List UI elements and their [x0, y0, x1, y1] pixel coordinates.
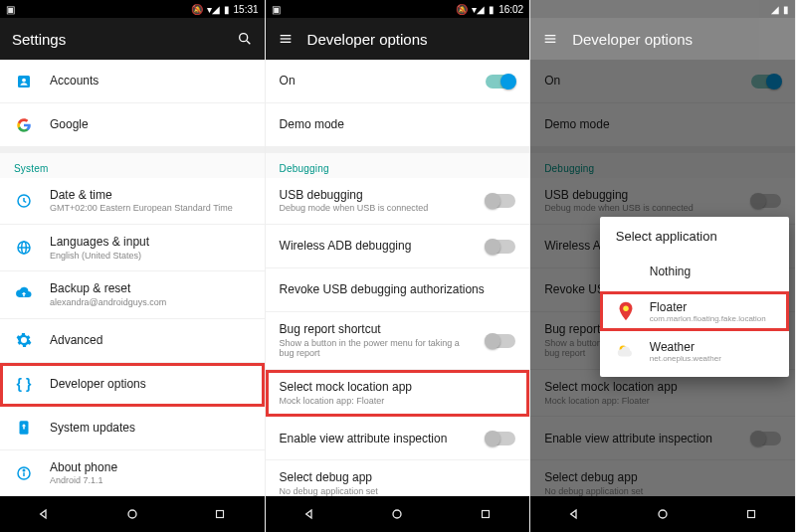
settings-item-languages[interactable]: Languages & inputEnglish (United States) — [0, 225, 265, 271]
settings-item-system-updates[interactable]: System updates — [0, 407, 265, 450]
settings-item-datetime[interactable]: Date & timeGMT+02:00 Eastern European St… — [0, 178, 265, 225]
settings-item-backup[interactable]: Backup & resetalexandra@androidguys.com — [0, 271, 265, 318]
navbar — [0, 496, 265, 532]
search-icon[interactable] — [237, 31, 253, 47]
status-time: 16:02 — [498, 4, 523, 15]
svg-point-22 — [623, 306, 629, 312]
devopts-wireless-adb[interactable]: Wireless ADB debugging — [266, 225, 530, 268]
settings-item-about-phone[interactable]: About phoneAndroid 7.1.1 — [0, 450, 265, 496]
screenshot-icon: ▣ — [272, 4, 281, 15]
label: USB debugging — [280, 188, 471, 202]
label: Date & time — [50, 188, 251, 202]
status-bar: ▣ 🔕 ▾◢ ▮ 15:31 — [0, 0, 265, 18]
battery-icon: ▮ — [489, 4, 495, 15]
toggle[interactable] — [486, 240, 515, 254]
label: Advanced — [50, 333, 251, 347]
devopts-select-debug-app[interactable]: Select debug appNo debug application set — [266, 460, 530, 496]
settings-list: Accounts Google System Date & timeGMT+02… — [0, 60, 265, 496]
dialog-option-nothing[interactable]: Nothing — [600, 252, 789, 291]
navbar — [266, 496, 530, 532]
settings-item-developer-options[interactable]: { } Developer options — [0, 363, 265, 407]
label: About phone — [50, 460, 251, 474]
select-application-dialog: Select application Nothing Floatercom.ma… — [600, 217, 789, 377]
label: Revoke USB debugging authorizations — [280, 282, 516, 296]
appbar-title: Developer options — [572, 31, 693, 48]
backup-icon — [14, 284, 34, 304]
screenshot-icon: ▣ — [6, 4, 15, 15]
devopts-demo-mode[interactable]: Demo mode — [266, 103, 530, 147]
toggle[interactable] — [486, 194, 515, 208]
label: Demo mode — [280, 117, 516, 131]
toggle[interactable] — [486, 432, 515, 445]
svg-point-24 — [659, 510, 667, 518]
menu-icon — [542, 31, 558, 47]
section-system: System — [0, 153, 265, 178]
home-button[interactable] — [653, 504, 673, 524]
recents-button[interactable] — [476, 504, 496, 524]
navbar — [530, 496, 795, 532]
recents-button[interactable] — [741, 504, 761, 524]
label: Google — [50, 117, 251, 131]
label: Accounts — [50, 74, 251, 88]
devopts-select-mock-location[interactable]: Select mock location appMock location ap… — [266, 370, 530, 417]
svg-point-0 — [239, 34, 247, 42]
pane-settings: ▣ 🔕 ▾◢ ▮ 15:31 Settings Accounts Google … — [0, 0, 266, 532]
settings-item-accounts[interactable]: Accounts — [0, 60, 265, 103]
devopts-list-dimmed: On Demo mode Debugging USB debuggingDebu… — [530, 60, 795, 496]
appbar: Developer options — [530, 18, 795, 60]
menu-icon[interactable] — [278, 31, 294, 47]
settings-item-advanced[interactable]: Advanced — [0, 319, 265, 363]
status-time: 15:31 — [234, 4, 259, 15]
label: Select debug app — [280, 470, 516, 484]
sub: GMT+02:00 Eastern European Standard Time — [50, 203, 251, 214]
gear-icon — [14, 330, 34, 350]
devopts-revoke-usb[interactable]: Revoke USB debugging authorizations — [266, 268, 530, 312]
info-icon — [14, 463, 34, 483]
devopts-bug-report-shortcut[interactable]: Bug report shortcutShow a button in the … — [266, 312, 530, 370]
label: Enable view attribute inspection — [280, 432, 471, 445]
dialog-option-weather[interactable]: Weathernet.oneplus.weather — [600, 331, 789, 371]
devopts-master-toggle[interactable]: On — [266, 60, 530, 103]
recents-button[interactable] — [210, 504, 230, 524]
label: Nothing — [650, 265, 775, 278]
devopts-usb-debugging[interactable]: USB debuggingDebug mode when USB is conn… — [266, 178, 530, 225]
sub: Mock location app: Floater — [280, 396, 516, 407]
label: Weather — [650, 340, 775, 354]
back-button[interactable] — [34, 504, 54, 524]
dialog-title: Select application — [600, 229, 789, 252]
home-button[interactable] — [122, 504, 142, 524]
home-button[interactable] — [387, 504, 407, 524]
svg-point-3 — [22, 78, 26, 82]
mute-icon: 🔕 — [191, 4, 203, 15]
sub: Android 7.1.1 — [50, 475, 251, 486]
sub: Show a button in the power menu for taki… — [280, 338, 471, 360]
settings-item-google[interactable]: Google — [0, 103, 265, 147]
sub: No debug application set — [280, 486, 516, 496]
battery-icon: ▮ — [224, 4, 230, 15]
label: Languages & input — [50, 235, 251, 249]
svg-rect-13 — [217, 511, 224, 518]
back-button[interactable] — [564, 504, 584, 524]
battery-icon: ▮ — [783, 4, 789, 15]
back-button[interactable] — [299, 504, 319, 524]
toggle-on[interactable] — [486, 75, 515, 89]
update-icon — [14, 418, 34, 438]
signal-icon: ◢ — [771, 4, 779, 15]
appbar: Developer options — [266, 18, 530, 60]
signal-icon: ▾◢ — [472, 4, 485, 15]
weather-app-icon — [614, 339, 638, 363]
label: Wireless ADB debugging — [280, 239, 471, 253]
appbar-title: Settings — [12, 31, 66, 48]
label: Developer options — [50, 377, 251, 391]
signal-icon: ▾◢ — [207, 4, 220, 15]
devopts-view-attribute-inspection[interactable]: Enable view attribute inspection — [266, 417, 530, 460]
clock-icon — [14, 191, 34, 211]
label: On — [280, 74, 471, 88]
google-icon — [14, 115, 34, 135]
sub: com.marlon.floating.fake.location — [650, 314, 775, 323]
status-bar: ▣ 🔕 ▾◢ ▮ 16:02 — [266, 0, 530, 18]
globe-icon — [14, 238, 34, 258]
svg-line-1 — [247, 41, 250, 44]
dialog-option-floater[interactable]: Floatercom.marlon.floating.fake.location — [600, 291, 789, 331]
toggle[interactable] — [486, 334, 515, 348]
